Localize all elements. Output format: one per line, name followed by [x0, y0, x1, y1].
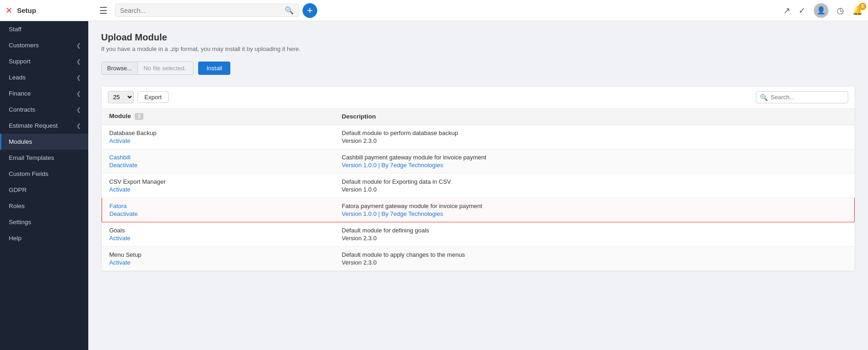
table-row: CSV Export ManagerActivateDefault module…: [102, 174, 855, 198]
table-header: Module ⇧ Description: [102, 108, 855, 125]
export-button[interactable]: Export: [137, 91, 169, 103]
description-cell: Default module to apply changes to the m…: [334, 247, 854, 271]
module-cell: CSV Export ManagerActivate: [102, 174, 335, 198]
add-button[interactable]: +: [303, 3, 317, 18]
global-search-icon[interactable]: 🔍: [285, 6, 294, 15]
table-row: GoalsActivateDefault module for defining…: [102, 222, 855, 247]
sidebar-item-email-templates[interactable]: Email Templates: [0, 150, 88, 166]
sidebar-item-settings[interactable]: Settings: [0, 214, 88, 230]
version-text[interactable]: Version 1.0.0 | By 7edge Technologies: [342, 162, 847, 169]
modules-table: Module ⇧ Description Database BackupActi…: [102, 108, 855, 271]
main-layout: StaffCustomers❮Support❮Leads❮Finance❮Con…: [0, 21, 868, 350]
sidebar-item-support[interactable]: Support❮: [0, 53, 88, 69]
chevron-icon: ❮: [76, 74, 81, 81]
sidebar-item-label: Finance: [9, 90, 31, 97]
description-text: Default module for defining goals: [342, 227, 429, 234]
topbar-right: ↗ ✓ 👤 ◷ 🔔 8: [783, 3, 862, 18]
check-icon[interactable]: ✓: [799, 6, 805, 16]
sidebar-item-contracts[interactable]: Contracts❮: [0, 102, 88, 118]
install-button[interactable]: Install: [198, 62, 230, 75]
module-cell: FatoraDeactivate: [102, 198, 335, 222]
module-cell: GoalsActivate: [102, 222, 335, 247]
chevron-icon: ❮: [76, 58, 81, 65]
sidebar-item-help[interactable]: Help: [0, 230, 88, 246]
description-text: Default module to perform database backu…: [342, 130, 458, 136]
module-name: Goals: [109, 227, 125, 234]
share-icon[interactable]: ↗: [783, 6, 790, 16]
module-name: Database Backup: [109, 130, 157, 136]
sidebar-item-modules[interactable]: Modules: [0, 134, 88, 150]
sidebar-item-label: Roles: [9, 203, 25, 209]
module-name: CSV Export Manager: [109, 178, 166, 185]
topbar: ✕ Setup ☰ 🔍 + ↗ ✓ 👤 ◷ 🔔 8: [0, 0, 868, 21]
sidebar-item-label: Custom Fields: [9, 170, 48, 177]
table-row: Menu SetupActivateDefault module to appl…: [102, 247, 855, 271]
sidebar-item-roles[interactable]: Roles: [0, 198, 88, 214]
module-cell: Menu SetupActivate: [102, 247, 335, 271]
sidebar-item-label: Email Templates: [9, 154, 54, 161]
app-title: Setup: [17, 6, 36, 14]
chevron-icon: ❮: [76, 90, 81, 97]
sidebar-item-estimate-request[interactable]: Estimate Request❮: [0, 118, 88, 134]
description-cell: Default module to perform database backu…: [334, 125, 854, 149]
global-search-input[interactable]: [120, 7, 285, 14]
sidebar-item-finance[interactable]: Finance❮: [0, 85, 88, 102]
page-title: Upload Module: [101, 32, 855, 43]
description-text: Fatora payment gateway module for invoic…: [342, 203, 482, 209]
sidebar-item-customers[interactable]: Customers❮: [0, 37, 88, 53]
description-cell: Fatora payment gateway module for invoic…: [334, 198, 854, 222]
table-row: FatoraDeactivateFatora payment gateway m…: [102, 198, 855, 222]
sidebar-item-gdpr[interactable]: GDPR: [0, 182, 88, 198]
bell-icon[interactable]: 🔔 8: [852, 6, 862, 16]
activate-link[interactable]: Activate: [109, 235, 327, 242]
sidebar-item-label: GDPR: [9, 186, 27, 193]
hamburger-icon[interactable]: ☰: [99, 5, 108, 16]
module-name: Fatora: [109, 203, 127, 209]
sidebar: StaffCustomers❮Support❮Leads❮Finance❮Con…: [0, 21, 88, 350]
topbar-left: ✕ Setup: [6, 6, 94, 16]
description-cell: Default module for defining goalsVersion…: [334, 222, 854, 247]
sidebar-item-leads[interactable]: Leads❮: [0, 69, 88, 85]
deactivate-link[interactable]: Deactivate: [109, 162, 327, 169]
sidebar-item-staff[interactable]: Staff: [0, 21, 88, 37]
table-row: CashbillDeactivateCashbill payment gatew…: [102, 149, 855, 174]
sidebar-item-label: Contracts: [9, 106, 35, 113]
close-icon[interactable]: ✕: [6, 6, 12, 16]
avatar[interactable]: 👤: [814, 3, 828, 18]
notification-badge: 8: [859, 3, 866, 10]
chevron-icon: ❮: [76, 107, 81, 113]
module-column-header: Module ⇧: [102, 108, 335, 125]
module-cell: Database BackupActivate: [102, 125, 335, 149]
sidebar-item-label: Staff: [9, 26, 22, 33]
table-search-input[interactable]: [771, 94, 844, 101]
description-text: Default module to apply changes to the m…: [342, 251, 465, 258]
activate-link[interactable]: Activate: [109, 137, 327, 144]
module-name: Menu Setup: [109, 251, 142, 258]
deactivate-link[interactable]: Deactivate: [109, 210, 327, 217]
file-input-group: Browse... No file selected.: [101, 62, 194, 75]
version-text: Version 2.3.0: [342, 137, 847, 144]
file-name-display: No file selected.: [138, 62, 193, 74]
activate-link[interactable]: Activate: [109, 186, 327, 193]
per-page-select[interactable]: 25 10 50 100: [108, 91, 134, 103]
upload-section: Browse... No file selected. Install: [101, 62, 855, 75]
table-body: Database BackupActivateDefault module to…: [102, 125, 855, 271]
module-name: Cashbill: [109, 154, 131, 161]
sidebar-item-label: Leads: [9, 74, 26, 81]
sidebar-item-label: Help: [9, 235, 22, 242]
sidebar-item-custom-fields[interactable]: Custom Fields: [0, 166, 88, 182]
sidebar-item-label: Customers: [9, 42, 39, 49]
chevron-icon: ❮: [76, 42, 81, 49]
chevron-icon: ❮: [76, 123, 81, 129]
sidebar-item-label: Estimate Request: [9, 122, 58, 129]
version-text[interactable]: Version 1.0.0 | By 7edge Technologies: [342, 210, 847, 217]
sort-icon[interactable]: ⇧: [135, 113, 143, 120]
table-toolbar: 25 10 50 100 Export 🔍: [102, 86, 855, 108]
version-text: Version 1.0.0: [342, 186, 847, 193]
activate-link[interactable]: Activate: [109, 259, 327, 266]
table-row: Database BackupActivateDefault module to…: [102, 125, 855, 149]
description-text: Default module for Exporting data in CSV: [342, 178, 451, 185]
clock-icon[interactable]: ◷: [837, 6, 844, 16]
browse-button[interactable]: Browse...: [102, 62, 138, 74]
modules-table-container: 25 10 50 100 Export 🔍 Module ⇧: [101, 86, 855, 271]
